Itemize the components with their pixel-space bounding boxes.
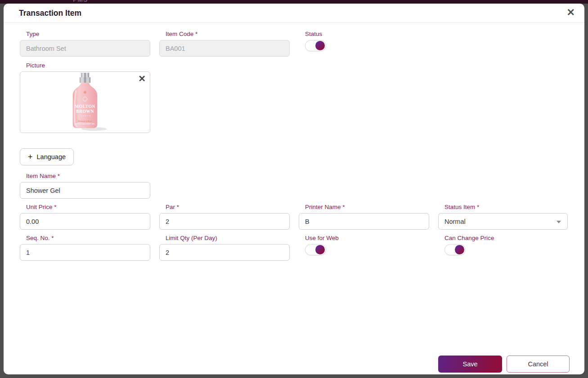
par-input[interactable] — [159, 213, 290, 230]
unit-price-field-group: Unit Price * — [20, 204, 150, 230]
printer-name-field-group: Printer Name * — [299, 204, 429, 230]
modal-body: Type Item Code * Status Picture — [4, 23, 584, 261]
status-item-label: Status Item * — [438, 204, 569, 210]
close-icon[interactable]: ✕ — [567, 7, 575, 18]
seq-no-field-group: Seq. No. * — [20, 235, 150, 261]
status-toggle[interactable] — [305, 40, 326, 51]
plus-icon: + — [28, 153, 33, 161]
status-item-field-group: Status Item * Normal — [438, 204, 569, 230]
chevron-down-icon — [557, 221, 561, 223]
modal-title: Transaction Item — [19, 9, 81, 18]
use-for-web-label: Use for Web — [299, 235, 429, 241]
printer-name-label: Printer Name * — [299, 204, 429, 210]
item-code-field-group: Item Code * — [159, 31, 290, 57]
item-name-field-group: Item Name * — [20, 173, 570, 199]
save-button[interactable]: Save — [438, 356, 502, 373]
limit-qty-label: Limit Qty (Per Day) — [159, 235, 290, 241]
svg-text:BATH & SHOWER GEL: BATH & SHOWER GEL — [75, 123, 95, 125]
remove-picture-icon[interactable]: ✕ — [138, 73, 146, 84]
cancel-button[interactable]: Cancel — [507, 356, 570, 373]
use-for-web-field-group: Use for Web — [299, 235, 429, 261]
svg-text:LONDON: LONDON — [79, 115, 91, 117]
item-code-input[interactable] — [159, 40, 290, 57]
toggle-knob — [315, 41, 325, 50]
toggle-knob — [455, 245, 464, 254]
limit-qty-input[interactable] — [159, 244, 290, 261]
picture-label: Picture — [20, 62, 570, 69]
limit-qty-field-group: Limit Qty (Per Day) — [159, 235, 290, 261]
row-type-code-status: Type Item Code * Status — [20, 31, 570, 57]
par-field-group: Par * — [159, 204, 290, 230]
modal-header: Transaction Item ✕ — [4, 4, 584, 23]
unit-price-input[interactable] — [20, 213, 150, 230]
status-label: Status — [299, 31, 429, 37]
status-item-selected-value: Normal — [444, 218, 466, 225]
use-for-web-toggle[interactable] — [305, 244, 326, 255]
toggle-knob — [315, 245, 325, 254]
svg-text:Rhubarb & Rose: Rhubarb & Rose — [78, 120, 92, 122]
printer-name-input[interactable] — [299, 213, 429, 230]
status-item-select[interactable]: Normal — [438, 213, 568, 230]
item-name-input[interactable] — [20, 182, 150, 199]
item-name-label: Item Name * — [20, 173, 570, 179]
app-header-behind-modal: PMS — [0, 0, 588, 4]
add-language-button[interactable]: + Language — [20, 148, 74, 165]
svg-text:BROWN: BROWN — [76, 109, 94, 114]
type-input[interactable] — [20, 40, 150, 57]
can-change-price-toggle[interactable] — [444, 244, 466, 255]
type-label: Type — [20, 31, 150, 37]
app-logo: PMS — [73, 0, 88, 3]
unit-price-label: Unit Price * — [20, 204, 150, 210]
can-change-price-label: Can Change Price — [438, 235, 569, 241]
type-field-group: Type — [20, 31, 150, 57]
row-seq-limit-web-price: Seq. No. * Limit Qty (Per Day) Use for W… — [20, 235, 570, 261]
add-language-label: Language — [37, 153, 66, 160]
status-field-group: Status — [299, 31, 429, 57]
shower-gel-bottle-image: MOLTON BROWN LONDON Rhubarb & Rose BATH … — [51, 72, 119, 132]
row-price-par-printer-statusitem: Unit Price * Par * Printer Name * Status… — [20, 204, 570, 230]
transaction-item-modal: Transaction Item ✕ Type Item Code * Stat… — [4, 4, 584, 374]
modal-footer: Save Cancel — [438, 356, 570, 373]
can-change-price-field-group: Can Change Price — [438, 235, 569, 261]
seq-no-label: Seq. No. * — [20, 235, 150, 241]
picture-section: Picture — [20, 62, 570, 133]
picture-box: MOLTON BROWN LONDON Rhubarb & Rose BATH … — [20, 71, 150, 133]
seq-no-input[interactable] — [20, 244, 150, 261]
par-label: Par * — [159, 204, 290, 210]
item-code-label: Item Code * — [159, 31, 290, 37]
svg-text:MOLTON: MOLTON — [75, 104, 95, 109]
